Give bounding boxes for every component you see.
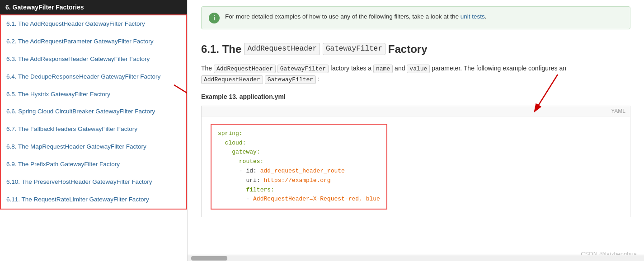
code-line-3: gateway: (218, 148, 380, 157)
code-block: spring: cloud: gateway: routes: - id: ad… (202, 117, 630, 217)
main-arrow-icon (522, 70, 576, 124)
sidebar-item-6-10[interactable]: 6.10. The PreserveHostHeader GatewayFilt… (1, 173, 186, 191)
svg-line-0 (174, 85, 188, 98)
main-content: i For more detailed examples of how to u… (188, 0, 644, 261)
sidebar-active-item[interactable]: 6. GatewayFilter Factories (0, 0, 187, 14)
sidebar-item-6-7[interactable]: 6.7. The FallbackHeaders GatewayFilter F… (1, 121, 186, 138)
sidebar-item-6-6[interactable]: 6.6. Spring Cloud CircuitBreaker Gateway… (1, 103, 186, 121)
svg-line-1 (535, 75, 558, 111)
code-line-4: routes: (218, 157, 380, 167)
code-line-6: uri: https://example.org (218, 176, 380, 186)
section-heading: 6.1. The AddRequestHeader GatewayFilter … (201, 42, 630, 56)
section-number: 6.1. The (201, 42, 241, 56)
desc-code-name: name (373, 65, 393, 73)
code-inner-box: spring: cloud: gateway: routes: - id: ad… (211, 124, 387, 210)
sidebar-item-6-9[interactable]: 6.9. The PrefixPath GatewayFilter Factor… (1, 156, 186, 173)
code-line-1: spring: (218, 129, 380, 139)
sidebar-item-6-8[interactable]: 6.8. The MapRequestHeader GatewayFilter … (1, 138, 186, 156)
sidebar: 6. GatewayFilter Factories 6.1. The AddR… (0, 0, 188, 261)
badge-gateway-filter: GatewayFilter (323, 43, 385, 55)
sidebar-item-6-11[interactable]: 6.11. The RequestRateLimiter GatewayFilt… (1, 191, 186, 209)
sidebar-item-6-3[interactable]: 6.3. The AddResponseHeader GatewayFilter… (1, 51, 186, 68)
section-suffix: Factory (388, 42, 428, 56)
sidebar-item-6-5[interactable]: 6.5. The Hystrix GatewayFilter Factory (1, 86, 186, 103)
desc-code-add-request-header: AddRequestHeader (214, 65, 276, 73)
sidebar-item-6-1[interactable]: 6.1. The AddRequestHeader GatewayFilter … (1, 15, 186, 33)
badge-add-request-header: AddRequestHeader (244, 43, 320, 55)
info-text: For more detailed examples of how to use… (225, 12, 487, 21)
code-line-5: - id: add_request_header_route (218, 167, 380, 176)
code-block-wrapper: YAML spring: cloud: gateway: routes: - i… (201, 106, 630, 217)
sidebar-item-6-4[interactable]: 6.4. The DedupeResponseHeader GatewayFil… (1, 68, 186, 86)
sidebar-arrow-icon (172, 80, 188, 103)
desc-code-add-request-header2: AddRequestHeader (201, 75, 263, 84)
code-line-7: filters: (218, 186, 380, 195)
desc-code-gateway-filter2: GatewayFilter (265, 75, 316, 84)
desc-code-gateway-filter: GatewayFilter (277, 65, 329, 73)
code-line-8: - AddRequestHeader=X-Request-red, blue (218, 195, 380, 204)
info-icon: i (209, 13, 220, 23)
sidebar-item-6-2[interactable]: 6.2. The AddRequestParameter GatewayFilt… (1, 33, 186, 51)
desc-code-value: value (407, 65, 430, 73)
horizontal-scrollbar[interactable] (188, 255, 644, 261)
unit-tests-link[interactable]: unit tests (461, 13, 485, 20)
scroll-thumb[interactable] (191, 256, 227, 261)
info-box: i For more detailed examples of how to u… (201, 6, 630, 29)
code-line-2: cloud: (218, 139, 380, 148)
